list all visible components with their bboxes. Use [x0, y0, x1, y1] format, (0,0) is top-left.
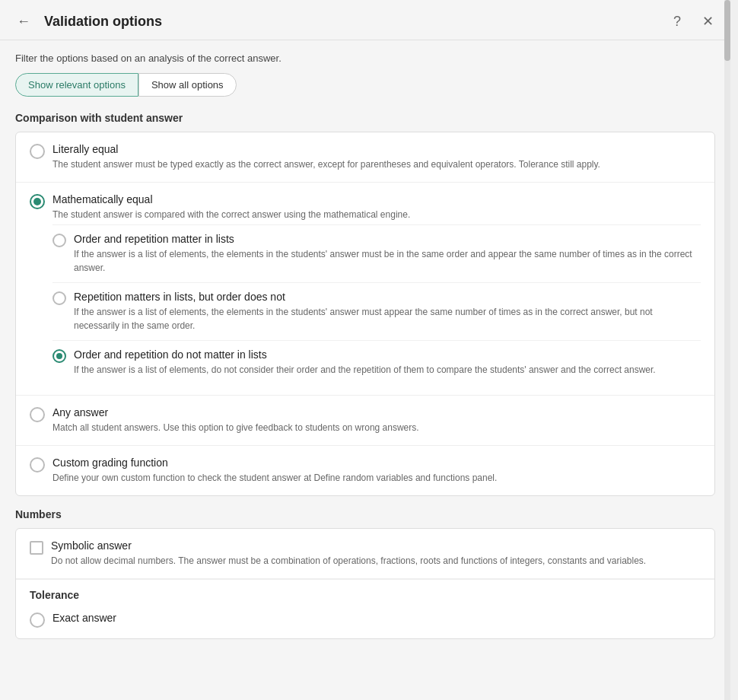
tab-show-all[interactable]: Show all options	[138, 73, 237, 97]
radio-literally-equal[interactable]	[30, 144, 45, 159]
dialog-body: Filter the options based on an analysis …	[0, 40, 730, 700]
filter-tabs: Show relevant options Show all options	[15, 73, 715, 97]
order-repetition-matter-title: Order and repetition matter in lists	[74, 233, 701, 245]
exact-answer-title: Exact answer	[52, 612, 701, 624]
tolerance-title: Tolerance	[16, 580, 714, 601]
option-literally-equal[interactable]: Literally equal The student answer must …	[16, 132, 714, 183]
custom-grading-desc: Define your own custom function to check…	[52, 471, 701, 485]
scrollbar-track[interactable]	[724, 0, 730, 700]
back-button[interactable]: ←	[12, 12, 35, 31]
radio-order-repetition-matter[interactable]	[52, 234, 66, 247]
help-icon: ?	[673, 14, 681, 30]
mathematically-equal-title: Mathematically equal	[52, 193, 701, 205]
numbers-section-label: Numbers	[15, 508, 715, 520]
option-mathematically-equal[interactable]: Mathematically equal The student answer …	[16, 183, 714, 396]
option-any-answer[interactable]: Any answer Match all student answers. Us…	[16, 396, 714, 446]
numbers-card: Symbolic answer Do not allow decimal num…	[15, 528, 715, 639]
sub-option-order-repetition-not-matter[interactable]: Order and repetition do not matter in li…	[52, 340, 701, 384]
order-repetition-not-matter-desc: If the answer is a list of elements, do …	[74, 363, 701, 377]
dialog-title: Validation options	[44, 14, 657, 30]
dialog-header: ← Validation options ? ✕	[0, 0, 730, 40]
option-custom-grading[interactable]: Custom grading function Define your own …	[16, 446, 714, 495]
option-exact-answer[interactable]: Exact answer	[16, 601, 714, 638]
mathematically-equal-sub-options: Order and repetition matter in lists If …	[52, 224, 701, 384]
radio-custom-grading[interactable]	[30, 457, 45, 473]
filter-description: Filter the options based on an analysis …	[15, 52, 715, 64]
radio-mathematically-equal[interactable]	[30, 194, 45, 209]
option-symbolic-answer[interactable]: Symbolic answer Do not allow decimal num…	[16, 529, 714, 579]
any-answer-desc: Match all student answers. Use this opti…	[52, 421, 701, 434]
order-repetition-not-matter-title: Order and repetition do not matter in li…	[74, 348, 701, 361]
scrollbar-thumb[interactable]	[724, 0, 730, 61]
back-icon: ←	[17, 14, 30, 30]
literally-equal-title: Literally equal	[52, 143, 701, 155]
tab-show-relevant[interactable]: Show relevant options	[15, 73, 138, 97]
close-icon: ✕	[702, 13, 714, 30]
sub-option-repetition-matters[interactable]: Repetition matters in lists, but order d…	[52, 282, 701, 340]
radio-order-repetition-not-matter[interactable]	[52, 349, 66, 363]
mathematically-equal-desc: The student answer is compared with the …	[52, 208, 701, 221]
radio-sm-inner-dot	[56, 353, 62, 359]
radio-exact-answer[interactable]	[30, 612, 45, 628]
validation-options-dialog: ← Validation options ? ✕ Filter the opti…	[0, 0, 730, 700]
symbolic-answer-desc: Do not allow decimal numbers. The answer…	[51, 554, 701, 568]
repetition-matters-desc: If the answer is a list of elements, the…	[74, 305, 701, 332]
radio-repetition-matters[interactable]	[52, 291, 66, 305]
order-repetition-matter-desc: If the answer is a list of elements, the…	[74, 247, 701, 275]
literally-equal-desc: The student answer must be typed exactly…	[52, 158, 701, 171]
numbers-section: Numbers Symbolic answer Do not allow dec…	[15, 508, 715, 639]
custom-grading-title: Custom grading function	[52, 457, 701, 469]
radio-inner-dot	[33, 198, 41, 205]
any-answer-title: Any answer	[52, 406, 701, 418]
comparison-section-label: Comparison with student answer	[15, 112, 715, 124]
checkbox-symbolic-answer[interactable]	[30, 541, 43, 555]
sub-option-order-repetition-matter[interactable]: Order and repetition matter in lists If …	[52, 224, 701, 282]
help-button[interactable]: ?	[666, 11, 688, 32]
symbolic-answer-title: Symbolic answer	[51, 539, 701, 552]
repetition-matters-title: Repetition matters in lists, but order d…	[74, 291, 701, 303]
radio-any-answer[interactable]	[30, 407, 45, 422]
close-button[interactable]: ✕	[697, 11, 718, 32]
comparison-options-card: Literally equal The student answer must …	[15, 132, 715, 496]
